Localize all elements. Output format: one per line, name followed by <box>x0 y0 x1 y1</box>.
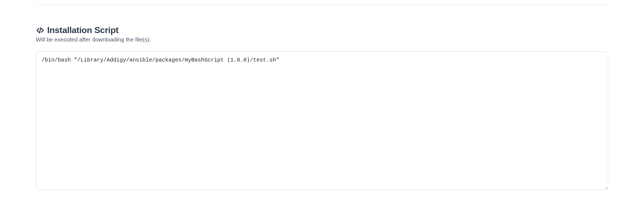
code-icon <box>36 26 44 35</box>
section-subtitle: Will be executed after downloading the f… <box>36 36 608 43</box>
installation-script-input[interactable] <box>36 51 608 190</box>
installation-script-section: Installation Script Will be executed aft… <box>0 5 644 191</box>
section-title: Installation Script <box>47 25 119 35</box>
svg-line-0 <box>40 28 41 33</box>
section-header: Installation Script <box>36 25 608 35</box>
